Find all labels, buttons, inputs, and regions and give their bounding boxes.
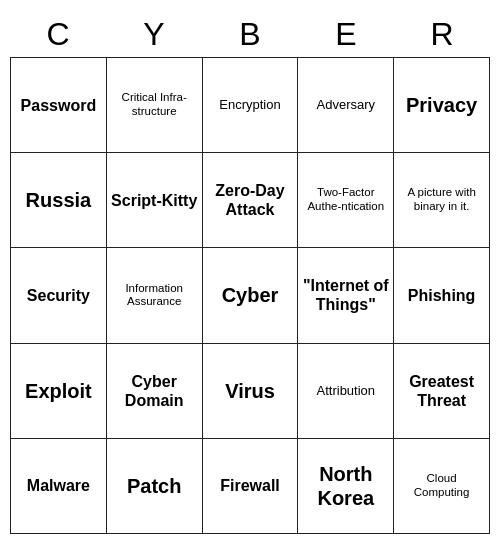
title-letter-B: B (202, 16, 298, 53)
cell-0-0[interactable]: Password (11, 58, 107, 153)
cell-2-3[interactable]: "Internet of Things" (298, 248, 394, 343)
cell-0-2[interactable]: Encryption (203, 58, 299, 153)
cell-4-3[interactable]: North Korea (298, 439, 394, 534)
cell-3-4[interactable]: Greatest Threat (394, 344, 490, 439)
cell-1-0[interactable]: Russia (11, 153, 107, 248)
cell-text-1-1: Script-Kitty (111, 191, 197, 210)
cell-text-4-3: North Korea (302, 462, 389, 510)
cell-text-2-3: "Internet of Things" (302, 276, 389, 314)
title-letter-R: R (394, 16, 490, 53)
cell-text-3-1: Cyber Domain (111, 372, 198, 410)
cell-text-0-1: Critical Infra-structure (111, 91, 198, 119)
cell-text-0-0: Password (21, 96, 97, 115)
cell-0-3[interactable]: Adversary (298, 58, 394, 153)
cell-1-3[interactable]: Two-Factor Authe-ntication (298, 153, 394, 248)
bingo-grid: PasswordCritical Infra-structureEncrypti… (10, 57, 490, 534)
cell-1-4[interactable]: A picture with binary in it. (394, 153, 490, 248)
cell-text-1-3: Two-Factor Authe-ntication (302, 186, 389, 214)
cell-text-1-2: Zero-Day Attack (207, 181, 294, 219)
cell-text-4-4: Cloud Computing (398, 472, 485, 500)
cell-4-0[interactable]: Malware (11, 439, 107, 534)
cell-text-2-2: Cyber (222, 283, 279, 307)
cell-text-0-2: Encryption (219, 97, 280, 113)
cell-2-4[interactable]: Phishing (394, 248, 490, 343)
cell-2-1[interactable]: Information Assurance (107, 248, 203, 343)
cell-text-2-0: Security (27, 286, 90, 305)
cell-text-3-2: Virus (225, 379, 275, 403)
cell-text-0-3: Adversary (317, 97, 376, 113)
cell-2-0[interactable]: Security (11, 248, 107, 343)
cell-4-1[interactable]: Patch (107, 439, 203, 534)
cell-3-1[interactable]: Cyber Domain (107, 344, 203, 439)
cell-text-3-3: Attribution (317, 383, 376, 399)
title-row: CYBER (10, 10, 490, 57)
title-letter-C: C (10, 16, 106, 53)
cell-0-4[interactable]: Privacy (394, 58, 490, 153)
cell-3-0[interactable]: Exploit (11, 344, 107, 439)
cell-3-3[interactable]: Attribution (298, 344, 394, 439)
title-letter-Y: Y (106, 16, 202, 53)
cell-1-2[interactable]: Zero-Day Attack (203, 153, 299, 248)
cell-text-1-4: A picture with binary in it. (398, 186, 485, 214)
cell-text-1-0: Russia (26, 188, 92, 212)
cell-1-1[interactable]: Script-Kitty (107, 153, 203, 248)
cell-text-4-2: Firewall (220, 476, 280, 495)
cell-text-3-4: Greatest Threat (398, 372, 485, 410)
cell-2-2[interactable]: Cyber (203, 248, 299, 343)
cell-text-4-0: Malware (27, 476, 90, 495)
cell-text-2-1: Information Assurance (111, 282, 198, 310)
cell-3-2[interactable]: Virus (203, 344, 299, 439)
cell-4-4[interactable]: Cloud Computing (394, 439, 490, 534)
cell-4-2[interactable]: Firewall (203, 439, 299, 534)
cell-0-1[interactable]: Critical Infra-structure (107, 58, 203, 153)
title-letter-E: E (298, 16, 394, 53)
cell-text-0-4: Privacy (406, 93, 477, 117)
cell-text-2-4: Phishing (408, 286, 476, 305)
cell-text-4-1: Patch (127, 474, 181, 498)
cell-text-3-0: Exploit (25, 379, 92, 403)
